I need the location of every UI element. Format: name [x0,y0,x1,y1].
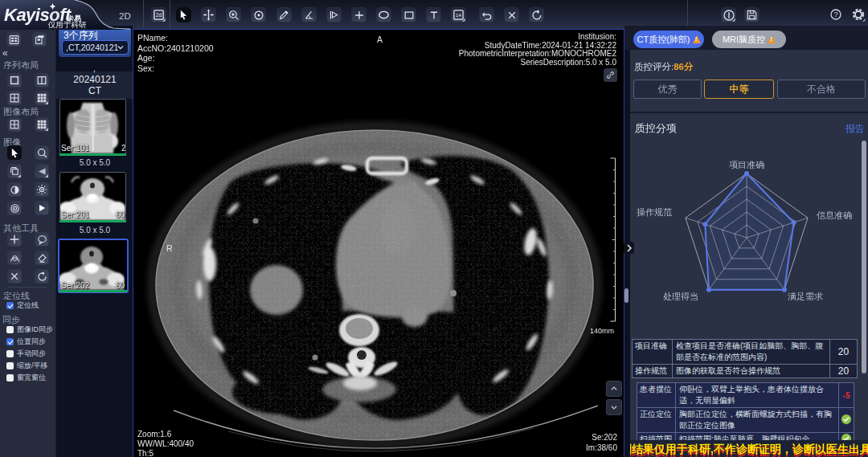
svg-text:仅用于科研: 仅用于科研 [47,20,87,29]
svg-text:14: 14 [456,12,461,18]
svg-text:项目准确: 项目准确 [729,160,764,169]
svg-text:处理得当: 处理得当 [663,292,698,301]
svg-text:满足需求: 满足需求 [788,292,823,301]
svg-text:信息准确: 信息准确 [817,210,852,220]
svg-text:?: ? [833,10,837,18]
svg-text:操作规范: 操作规范 [637,207,672,217]
